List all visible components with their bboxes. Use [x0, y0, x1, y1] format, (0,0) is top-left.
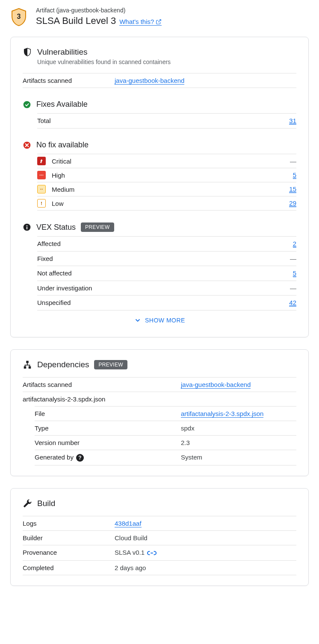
svg-rect-13: [26, 361, 29, 363]
vex-row: Affected 2: [37, 236, 296, 251]
build-label: Provenance: [23, 549, 115, 557]
vex-value-link[interactable]: 42: [289, 299, 296, 307]
dep-file-header: artifactanalysis-2-3.spdx.json: [23, 395, 296, 403]
dependencies-card: Dependencies PREVIEW Artifacts scanned j…: [10, 349, 309, 476]
dependency-label: File: [35, 410, 181, 417]
artifacts-scanned-label: Artifacts scanned: [23, 77, 115, 84]
vex-label: Fixed: [37, 255, 290, 262]
dependency-label: Version number: [35, 439, 181, 446]
error-circle-icon: [23, 141, 31, 149]
vulnerabilities-card: Vulnerabilities Unique vulnerabilities f…: [10, 37, 309, 337]
dependency-row: Version number 2.3: [35, 435, 296, 450]
external-link-icon: [156, 19, 162, 25]
artifacts-scanned-link[interactable]: java-guestbook-backend: [115, 77, 184, 85]
dependency-value: System: [181, 454, 202, 461]
preview-badge: PREVIEW: [81, 222, 114, 232]
vex-row: Unspecified 42: [37, 295, 296, 310]
chevron-down-icon: [134, 316, 142, 324]
build-value: 2 days ago: [115, 564, 146, 571]
help-icon[interactable]: ?: [76, 454, 84, 462]
dependency-label: Generated by?: [35, 454, 181, 462]
severity-value: —: [290, 158, 296, 165]
shield-icon: [23, 47, 32, 57]
svg-text:3: 3: [17, 13, 21, 20]
severity-value-link[interactable]: 15: [289, 185, 296, 193]
vex-value: —: [290, 284, 296, 292]
show-more-button[interactable]: SHOW MORE: [23, 310, 296, 327]
svg-point-1: [24, 101, 31, 108]
build-row: Provenance SLSA v0.1: [23, 545, 296, 560]
vulnerabilities-subtitle: Unique vulnerabilities found in scanned …: [37, 59, 296, 65]
build-value: Cloud Build: [115, 534, 148, 542]
page-title: SLSA Build Level 3: [36, 15, 116, 26]
preview-badge: PREVIEW: [94, 360, 127, 369]
severity-row: High 5: [37, 168, 296, 182]
dependency-row: Type spdx: [35, 421, 296, 435]
build-label: Completed: [23, 564, 115, 571]
build-label: Builder: [23, 534, 115, 542]
build-value: SLSA v0.1: [115, 549, 145, 556]
vulnerabilities-title: Vulnerabilities: [37, 47, 88, 57]
svg-rect-12: [27, 227, 27, 229]
artifact-header: 3 Artifact (java-guestbook-backend) SLSA…: [10, 5, 309, 28]
vex-label: Under investigation: [37, 284, 290, 292]
svg-rect-4: [41, 175, 42, 176]
vex-label: Not affected: [37, 269, 293, 277]
no-fix-title: No fix available: [36, 141, 89, 149]
slsa-shield-icon: 3: [10, 8, 27, 26]
severity-medium-icon: [37, 185, 46, 193]
svg-rect-7: [42, 189, 43, 190]
vex-row: Under investigation —: [37, 281, 296, 295]
vex-row: Fixed —: [37, 251, 296, 266]
dependencies-title: Dependencies: [37, 360, 89, 369]
vex-value-link[interactable]: 5: [293, 269, 296, 277]
svg-rect-8: [41, 202, 42, 204]
severity-label: Low: [52, 200, 289, 207]
check-circle-icon: [23, 100, 31, 109]
build-row: Logs 438d1aaf: [23, 516, 296, 530]
vex-row: Not affected 5: [37, 266, 296, 281]
svg-rect-3: [40, 175, 41, 176]
severity-row: Critical —: [37, 154, 296, 168]
dep-artifacts-scanned-link[interactable]: java-guestbook-backend: [181, 381, 251, 389]
dependency-value-link[interactable]: artifactanalysis-2-3.spdx.json: [181, 410, 263, 418]
dependency-label: Type: [35, 424, 181, 432]
link-icon[interactable]: [147, 549, 157, 557]
fixes-available-title: Fixes Available: [36, 100, 88, 109]
svg-point-11: [27, 225, 28, 226]
whats-this-link[interactable]: What's this?: [119, 18, 162, 26]
build-row: Builder Cloud Build: [23, 530, 296, 545]
severity-low-icon: [37, 199, 46, 208]
vex-label: Affected: [37, 240, 293, 248]
vex-value: —: [290, 255, 296, 262]
dependencies-icon: [23, 360, 32, 369]
dependency-value: 2.3: [181, 439, 190, 446]
wrench-icon: [23, 499, 32, 508]
vex-status-title: VEX Status: [36, 223, 76, 232]
svg-rect-15: [29, 366, 31, 369]
build-value-link[interactable]: 438d1aaf: [115, 520, 142, 527]
info-circle-icon: [23, 223, 31, 231]
build-row: Completed 2 days ago: [23, 560, 296, 575]
dependency-value: spdx: [181, 424, 195, 432]
dependency-row: File artifactanalysis-2-3.spdx.json: [35, 406, 296, 421]
fixes-total-link[interactable]: 31: [289, 117, 296, 125]
severity-label: Medium: [52, 186, 289, 193]
severity-label: Critical: [52, 158, 290, 165]
svg-rect-5: [43, 175, 44, 176]
build-card: Build Logs 438d1aaf Builder Cloud Build …: [10, 488, 309, 586]
vex-value-link[interactable]: 2: [293, 240, 296, 248]
artifact-label: Artifact (java-guestbook-backend): [36, 7, 162, 14]
severity-row: Low 29: [37, 196, 296, 211]
dep-artifacts-scanned-label: Artifacts scanned: [23, 381, 181, 388]
build-title: Build: [37, 499, 55, 508]
severity-value-link[interactable]: 29: [289, 199, 296, 207]
severity-critical-icon: [37, 157, 46, 165]
severity-label: High: [52, 172, 293, 179]
vex-label: Unspecified: [37, 299, 289, 307]
severity-high-icon: [37, 171, 46, 179]
severity-value-link[interactable]: 5: [293, 171, 296, 179]
svg-rect-9: [41, 204, 42, 205]
severity-row: Medium 15: [37, 182, 296, 196]
svg-rect-14: [24, 366, 27, 369]
